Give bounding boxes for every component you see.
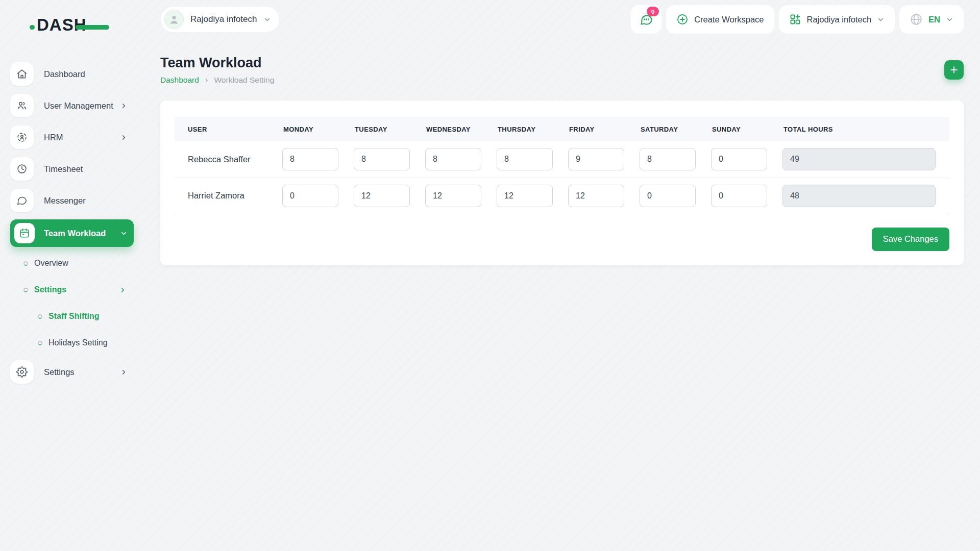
language-dropdown[interactable]: EN <box>899 5 964 34</box>
plus-circle-icon <box>676 13 689 26</box>
chevron-down-icon <box>263 16 271 23</box>
chevron-down-icon <box>120 230 128 237</box>
chevron-down-icon <box>877 16 885 23</box>
sidebar-item-holidays-setting[interactable]: Holidays Setting <box>10 333 134 353</box>
add-workload-button[interactable] <box>944 60 964 80</box>
person-icon <box>168 13 180 26</box>
hours-input-thursday[interactable] <box>497 185 553 207</box>
hours-input-sunday[interactable] <box>711 185 767 207</box>
sidebar-item-label: Overview <box>34 259 68 268</box>
sidebar-item-label: Staff Shifting <box>48 312 100 321</box>
workspace-switcher-label: Rajodiya infotech <box>807 15 872 24</box>
table-row: Harriet Zamora <box>175 178 949 214</box>
sidebar-item-label: Holidays Setting <box>48 338 108 347</box>
sidebar-item-team-workload[interactable]: Team Workload <box>10 219 134 247</box>
calendar-icon <box>14 223 35 243</box>
logo-dot-icon <box>30 25 35 30</box>
hours-input-tuesday[interactable] <box>354 185 410 207</box>
sidebar-item-settings[interactable]: Settings <box>10 359 134 385</box>
hours-input-tuesday[interactable] <box>354 148 410 170</box>
header-actions: 0 Create Workspace Rajodiya infotech EN <box>631 5 964 34</box>
sidebar-item-messenger[interactable]: Messenger <box>10 188 134 213</box>
globe-icon <box>910 13 923 26</box>
column-header-wednesday: WEDNESDAY <box>425 117 497 141</box>
main-content: Team Workload Dashboard › Workload Setti… <box>144 39 980 551</box>
hours-input-wednesday[interactable] <box>425 148 481 170</box>
users-icon <box>10 94 34 117</box>
messenger-icon <box>10 189 34 212</box>
hours-input-friday[interactable] <box>568 148 624 170</box>
sidebar-item-user-management[interactable]: User Management <box>10 93 134 118</box>
home-icon <box>10 62 34 86</box>
hours-input-thursday[interactable] <box>497 148 553 170</box>
create-workspace-label: Create Workspace <box>694 15 764 24</box>
hours-input-monday[interactable] <box>282 148 338 170</box>
save-changes-button[interactable]: Save Changes <box>872 228 949 251</box>
sidebar-item-label: Settings <box>44 367 75 377</box>
sidebar-item-label: Messenger <box>44 196 86 206</box>
hours-input-friday[interactable] <box>568 185 624 207</box>
avatar <box>164 10 184 29</box>
chevron-right-icon <box>120 134 128 141</box>
column-header-friday: FRIDAY <box>568 117 640 141</box>
current-workspace-dropdown[interactable]: Rajodiya infotech <box>160 6 280 33</box>
hours-input-sunday[interactable] <box>711 148 767 170</box>
sidebar-item-label: Team Workload <box>44 229 106 238</box>
logo-dash-icon <box>76 25 109 30</box>
sidebar-item-label: User Management <box>44 101 113 111</box>
breadcrumb: Dashboard › Workload Setting <box>160 75 274 85</box>
workload-table: USERMONDAYTUESDAYWEDNESDAYTHURSDAYFRIDAY… <box>175 117 949 214</box>
current-workspace-name: Rajodiya infotech <box>190 14 257 24</box>
breadcrumb-current: Workload Setting <box>214 76 275 85</box>
sidebar-item-label: Timesheet <box>44 164 83 174</box>
sidebar-item-dashboard[interactable]: Dashboard <box>10 61 134 87</box>
app-logo: DASH <box>37 15 113 38</box>
hours-input-saturday[interactable] <box>640 185 696 207</box>
column-header-thursday: THURSDAY <box>497 117 568 141</box>
page-header: Team Workload Dashboard › Workload Setti… <box>160 54 964 85</box>
chevron-right-icon <box>120 368 128 376</box>
sidebar-item-hrm[interactable]: HRM <box>10 124 134 150</box>
total-hours-input <box>782 148 936 170</box>
sidebar-item-label: HRM <box>44 133 63 142</box>
column-header-sunday: SUNDAY <box>711 117 782 141</box>
hours-input-saturday[interactable] <box>640 148 696 170</box>
clock-icon <box>10 157 34 181</box>
save-row: Save Changes <box>175 228 949 251</box>
column-header-tuesday: TUESDAY <box>354 117 425 141</box>
user-name: Rebecca Shaffer <box>175 141 282 178</box>
workspace-switcher-dropdown[interactable]: Rajodiya infotech <box>779 5 895 34</box>
page-title: Team Workload <box>160 54 274 71</box>
hours-input-monday[interactable] <box>282 185 338 207</box>
sidebar-item-timesheet[interactable]: Timesheet <box>10 156 134 182</box>
sidebar: DASH DashboardUser ManagementHRMTimeshee… <box>0 0 144 551</box>
sidebar-item-overview[interactable]: Overview <box>10 253 134 273</box>
sidebar-item-settings-sub[interactable]: Settings <box>10 280 134 300</box>
hours-input-wednesday[interactable] <box>425 185 481 207</box>
column-header-user: USER <box>175 117 282 141</box>
create-workspace-button[interactable]: Create Workspace <box>666 5 774 34</box>
chevron-right-icon <box>120 102 128 110</box>
breadcrumb-separator-icon: › <box>205 75 208 85</box>
plus-icon <box>949 65 959 75</box>
sidebar-item-label: Dashboard <box>44 69 85 79</box>
workspace-grid-icon <box>789 13 801 26</box>
sidebar-item-label: Settings <box>34 285 66 294</box>
sidebar-menu: DashboardUser ManagementHRMTimesheetMess… <box>10 61 134 385</box>
messages-button[interactable]: 0 <box>631 5 662 34</box>
column-header-saturday: SATURDAY <box>640 117 711 141</box>
bullet-icon <box>38 341 42 345</box>
table-row: Rebecca Shaffer <box>175 141 949 178</box>
hrm-icon <box>10 126 34 149</box>
language-code: EN <box>928 15 940 24</box>
sidebar-item-staff-shifting[interactable]: Staff Shifting <box>10 306 134 327</box>
breadcrumb-dashboard-link[interactable]: Dashboard <box>160 76 199 85</box>
total-hours-input <box>782 185 936 207</box>
column-header-monday: MONDAY <box>282 117 354 141</box>
bullet-icon <box>23 261 28 266</box>
chevron-down-icon <box>946 16 953 23</box>
user-name: Harriet Zamora <box>175 178 282 214</box>
table-header-row: USERMONDAYTUESDAYWEDNESDAYTHURSDAYFRIDAY… <box>175 117 949 141</box>
top-header: Rajodiya infotech 0 Create Workspace Raj… <box>144 0 980 39</box>
bullet-icon <box>23 288 28 292</box>
